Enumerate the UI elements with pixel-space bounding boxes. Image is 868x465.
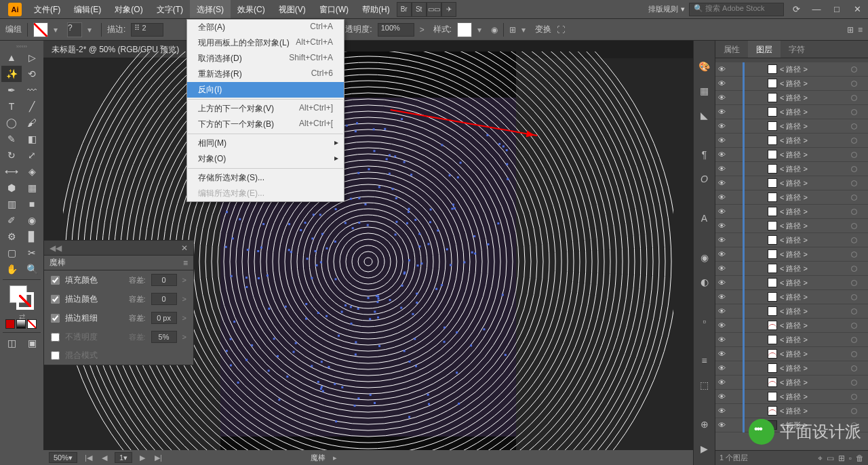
tolerance-input[interactable]: 0 bbox=[151, 274, 177, 286]
layer-row[interactable]: 👁< 路径 > bbox=[715, 62, 868, 77]
layer-row[interactable]: 👁< 路径 > bbox=[715, 77, 868, 91]
visibility-icon[interactable]: 👁 bbox=[718, 150, 728, 159]
layer-row[interactable]: 👁< 路径 > bbox=[715, 91, 868, 105]
target-icon[interactable] bbox=[851, 152, 857, 158]
target-icon[interactable] bbox=[851, 280, 857, 286]
target-icon[interactable] bbox=[851, 166, 857, 172]
scale-tool[interactable]: ⤢ bbox=[22, 147, 42, 163]
close-button[interactable]: ✕ bbox=[849, 4, 865, 14]
menu-item[interactable]: 存储所选对象(S)... bbox=[187, 170, 344, 186]
actions-panel-icon[interactable]: ▶ bbox=[696, 440, 713, 458]
panel-menu-icon[interactable]: ≡ bbox=[183, 258, 188, 268]
layer-row[interactable]: 👁< 路径 > bbox=[715, 404, 868, 418]
layer-row[interactable]: 👁< 路径 > bbox=[715, 134, 868, 148]
bridge-icon[interactable]: Br bbox=[397, 2, 412, 17]
wand-option[interactable]: 描边颜色容差:0> bbox=[44, 289, 193, 308]
layer-row[interactable]: 👁< 路径 > bbox=[715, 376, 868, 390]
target-icon[interactable] bbox=[851, 323, 857, 329]
visibility-icon[interactable]: 👁 bbox=[718, 336, 728, 344]
visibility-icon[interactable]: 👁 bbox=[718, 250, 728, 258]
layer-row[interactable]: 👁< 路径 > bbox=[715, 190, 868, 205]
menu-窗口[interactable]: 窗口(W) bbox=[313, 0, 355, 18]
target-icon[interactable] bbox=[851, 251, 857, 258]
target-icon[interactable] bbox=[851, 123, 857, 129]
gradient-tool[interactable]: ■ bbox=[22, 196, 42, 212]
curvature-tool[interactable]: 〰 bbox=[22, 82, 42, 98]
menu-选择[interactable]: 选择(S) bbox=[190, 0, 231, 18]
visibility-icon[interactable]: 👁 bbox=[718, 165, 728, 173]
wand-checkbox[interactable] bbox=[51, 276, 60, 285]
style-swatch[interactable] bbox=[457, 22, 472, 37]
target-icon[interactable] bbox=[851, 337, 857, 343]
menu-视图[interactable]: 视图(V) bbox=[272, 0, 313, 18]
target-icon[interactable] bbox=[851, 195, 857, 201]
target-icon[interactable] bbox=[851, 294, 857, 300]
brushes-panel-icon[interactable]: ◣ bbox=[696, 106, 713, 124]
color-mode-none[interactable] bbox=[27, 319, 37, 329]
panel-close-icon[interactable]: ✕ bbox=[181, 243, 188, 253]
wand-checkbox[interactable] bbox=[51, 351, 60, 360]
visibility-icon[interactable]: 👁 bbox=[718, 108, 728, 116]
rectangle-tool[interactable]: ◯ bbox=[1, 115, 22, 131]
swatches-panel-icon[interactable]: ▦ bbox=[696, 82, 713, 100]
wand-option[interactable]: 描边粗细容差:0 px> bbox=[44, 308, 193, 327]
gpu-icon[interactable]: ✈ bbox=[441, 2, 456, 17]
target-icon[interactable] bbox=[851, 422, 857, 428]
target-icon[interactable] bbox=[851, 394, 857, 400]
layer-row[interactable]: 👁< 路径 > bbox=[715, 176, 868, 190]
eyedropper-tool[interactable]: ✐ bbox=[1, 212, 22, 228]
menu-item[interactable]: 现用画板上的全部对象(L)Alt+Ctrl+A bbox=[187, 35, 344, 51]
layer-row[interactable]: 👁< 路径 > bbox=[715, 219, 868, 233]
artboard-number[interactable]: 1 ▾ bbox=[115, 452, 132, 463]
tolerance-input[interactable]: 0 px bbox=[151, 312, 177, 324]
target-icon[interactable] bbox=[851, 180, 857, 186]
wand-checkbox[interactable] bbox=[51, 314, 60, 323]
selection-tool[interactable]: ▲ bbox=[1, 49, 22, 66]
target-icon[interactable] bbox=[851, 351, 857, 357]
graph-tool[interactable]: ▊ bbox=[22, 228, 42, 245]
wand-option[interactable]: 混合模式 bbox=[44, 346, 193, 365]
pen-tool[interactable]: ✒ bbox=[1, 82, 22, 98]
artboard-last[interactable]: ▶| bbox=[153, 453, 164, 462]
new-layer-icon[interactable]: ▫ bbox=[849, 453, 852, 463]
menu-文字[interactable]: 文字(T) bbox=[150, 0, 190, 18]
target-icon[interactable] bbox=[851, 266, 857, 272]
layer-row[interactable]: 👁< 路径 > bbox=[715, 262, 868, 276]
fill-stroke-proxy[interactable] bbox=[9, 285, 34, 310]
fill-swatch[interactable] bbox=[33, 22, 48, 37]
artboard-tool[interactable]: ▢ bbox=[1, 245, 22, 261]
blend-tool[interactable]: ◉ bbox=[22, 212, 42, 228]
menu-item[interactable]: 取消选择(D)Shift+Ctrl+A bbox=[187, 51, 344, 66]
wand-checkbox[interactable] bbox=[51, 295, 60, 304]
character-panel-icon[interactable]: A bbox=[696, 209, 713, 227]
target-icon[interactable] bbox=[851, 365, 857, 371]
opentype-panel-icon[interactable]: O bbox=[696, 170, 713, 188]
menu-item[interactable]: 相同(M)▸ bbox=[187, 136, 344, 151]
target-icon[interactable] bbox=[851, 138, 857, 144]
layer-row[interactable]: 👁< 路径 > bbox=[715, 319, 868, 333]
search-stock-input[interactable]: 🔍 搜索 Adobe Stock bbox=[689, 3, 784, 16]
layer-row[interactable]: 👁< 路径 > bbox=[715, 247, 868, 262]
layer-row[interactable]: 👁< 路径 > bbox=[715, 233, 868, 247]
delete-layer-icon[interactable]: 🗑 bbox=[856, 453, 864, 463]
sync-icon[interactable]: ⟳ bbox=[788, 4, 804, 14]
layer-row[interactable]: 👁< 路径 > bbox=[715, 304, 868, 319]
visibility-icon[interactable]: 👁 bbox=[718, 307, 728, 315]
menu-item[interactable]: 上方的下一个对象(V)Alt+Ctrl+] bbox=[187, 101, 344, 117]
eraser-tool[interactable]: ◧ bbox=[22, 131, 42, 147]
menu-对象[interactable]: 对象(O) bbox=[108, 0, 149, 18]
target-icon[interactable] bbox=[851, 66, 857, 73]
line-tool[interactable]: ╱ bbox=[22, 98, 42, 115]
clip-mask-icon[interactable]: ▭ bbox=[827, 453, 834, 463]
visibility-icon[interactable]: 👁 bbox=[718, 122, 728, 130]
color-mode-solid[interactable] bbox=[5, 319, 15, 329]
mesh-tool[interactable]: ▥ bbox=[1, 196, 22, 212]
visibility-icon[interactable]: 👁 bbox=[718, 364, 728, 372]
screen-mode-icon[interactable]: ▣ bbox=[22, 335, 42, 351]
artboard-next[interactable]: ▶ bbox=[138, 453, 147, 462]
target-icon[interactable] bbox=[851, 237, 857, 243]
appearance-panel-icon[interactable]: ◉ bbox=[696, 249, 713, 266]
visibility-icon[interactable]: 👁 bbox=[718, 94, 728, 102]
workspace-switcher[interactable]: 排版规则▾ bbox=[648, 4, 685, 14]
width-tool[interactable]: ⟷ bbox=[1, 163, 22, 180]
